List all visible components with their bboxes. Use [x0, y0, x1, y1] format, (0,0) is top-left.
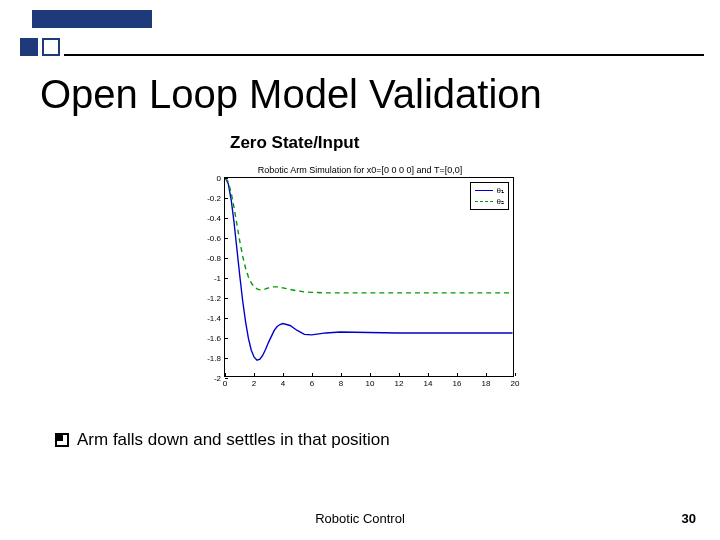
accent-square-outline	[42, 38, 60, 56]
y-tick-mark	[225, 338, 228, 339]
legend-swatch	[475, 201, 493, 202]
chart-plot-area: θ₁θ₂ 0-0.2-0.4-0.6-0.8-1-1.2-1.4-1.6-1.8…	[224, 177, 514, 377]
x-tick-mark	[341, 373, 342, 376]
accent-square-filled	[20, 38, 38, 56]
y-tick-mark	[225, 298, 228, 299]
y-tick-mark	[225, 358, 228, 359]
chart-title: Robotic Arm Simulation for x0=[0 0 0 0] …	[190, 165, 530, 175]
accent-strip	[0, 0, 720, 36]
x-tick-mark	[370, 373, 371, 376]
legend-row: θ₂	[475, 196, 504, 207]
y-tick-mark	[225, 278, 228, 279]
x-tick-mark	[283, 373, 284, 376]
page-number: 30	[682, 511, 696, 526]
y-tick-label: -0.2	[207, 194, 221, 203]
x-tick-label: 8	[339, 379, 343, 388]
x-tick-label: 4	[281, 379, 285, 388]
chart-legend: θ₁θ₂	[470, 182, 509, 210]
x-tick-label: 12	[395, 379, 404, 388]
legend-row: θ₁	[475, 185, 504, 196]
x-tick-mark	[254, 373, 255, 376]
y-tick-label: -1.8	[207, 354, 221, 363]
y-tick-label: -0.8	[207, 254, 221, 263]
y-tick-label: -1.2	[207, 294, 221, 303]
footer-text: Robotic Control	[0, 511, 720, 526]
x-tick-mark	[486, 373, 487, 376]
x-tick-mark	[225, 373, 226, 376]
legend-label: θ₂	[497, 196, 504, 207]
y-tick-label: -0.6	[207, 234, 221, 243]
x-tick-label: 0	[223, 379, 227, 388]
y-tick-label: -2	[214, 374, 221, 383]
chart: Robotic Arm Simulation for x0=[0 0 0 0] …	[190, 165, 530, 393]
x-tick-label: 14	[424, 379, 433, 388]
x-tick-mark	[428, 373, 429, 376]
y-tick-label: 0	[217, 174, 221, 183]
y-tick-mark	[225, 178, 228, 179]
y-tick-label: -1.6	[207, 334, 221, 343]
legend-label: θ₁	[497, 185, 504, 196]
y-tick-mark	[225, 318, 228, 319]
x-tick-label: 6	[310, 379, 314, 388]
slide-title: Open Loop Model Validation	[40, 72, 542, 117]
x-tick-mark	[515, 373, 516, 376]
x-tick-label: 10	[366, 379, 375, 388]
bullet-text: Arm falls down and settles in that posit…	[77, 430, 390, 450]
x-tick-label: 18	[482, 379, 491, 388]
bullet-item: Arm falls down and settles in that posit…	[55, 430, 390, 450]
y-tick-mark	[225, 258, 228, 259]
y-tick-mark	[225, 238, 228, 239]
y-tick-label: -1	[214, 274, 221, 283]
x-tick-label: 20	[511, 379, 520, 388]
slide-subtitle: Zero State/Input	[230, 133, 359, 153]
x-tick-mark	[399, 373, 400, 376]
legend-swatch	[475, 190, 493, 191]
bullet-icon	[55, 433, 69, 447]
x-tick-label: 16	[453, 379, 462, 388]
x-tick-mark	[457, 373, 458, 376]
y-tick-mark	[225, 198, 228, 199]
accent-bar	[32, 10, 152, 28]
accent-underline	[64, 54, 704, 56]
y-tick-mark	[225, 218, 228, 219]
y-tick-label: -1.4	[207, 314, 221, 323]
y-tick-label: -0.4	[207, 214, 221, 223]
x-tick-mark	[312, 373, 313, 376]
x-tick-label: 2	[252, 379, 256, 388]
